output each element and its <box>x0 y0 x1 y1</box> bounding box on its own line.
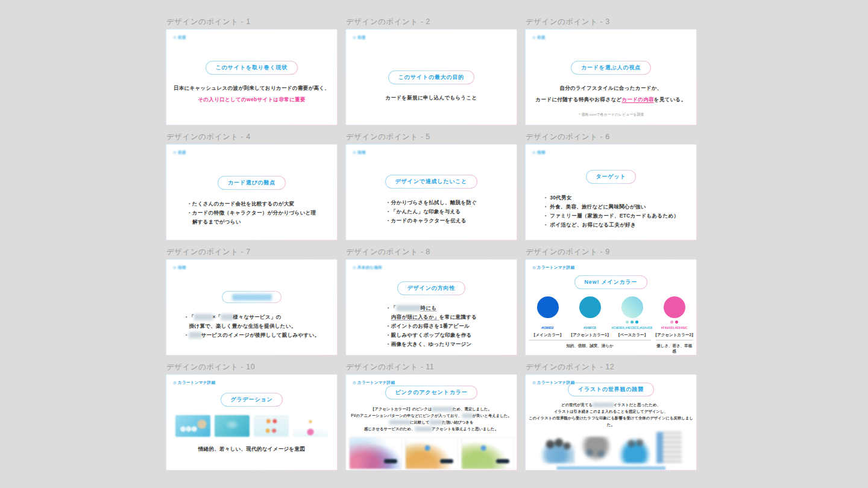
section-pill: ピンクのアクセントカラー <box>385 386 478 399</box>
screenshot-thumbnail <box>175 415 210 437</box>
section-pill-label: カードを選ぶ人の視点 <box>571 61 650 74</box>
slide-cell-5: デザインのポイント - 5 ◎ 指標 デザインで達成したいこと ・分かりづらさを… <box>345 132 517 240</box>
slide-title-4: デザインのポイント - 4 <box>166 132 338 141</box>
highlighted-link-text: カードの内容 <box>621 96 653 102</box>
illustration-thumbnail <box>541 437 574 463</box>
section-pill: このサイトの最大の目的 <box>388 70 474 84</box>
category-tag: ◎ カラートンマナ詳細 <box>532 265 574 271</box>
main-color-circle <box>537 296 559 318</box>
color-hex: #0366D2 <box>541 326 553 330</box>
slide-title-12: デザインのポイント - 12 <box>526 362 697 371</box>
slide-card-2[interactable]: ◎ 前提 このサイトの最大の目的 カードを新規に申し込んでもらうこと <box>345 29 517 125</box>
bullet-list: ・「████████時にも内容が頭に入るか」を常に意識する ・ポイントのお得さを… <box>386 304 477 349</box>
color-swatch-accent2: #F49AD0,#E8489C 【アクセントカラー2】 <box>656 296 693 338</box>
base-dot-2 <box>631 321 634 324</box>
footnote: ＊価格.comで各カードのレビューを調査 <box>526 112 696 117</box>
slide-card-1[interactable]: ◎ 前提 このサイトを取り巻く現状 日本にキャッシュレスの波が到来しておりカード… <box>166 29 338 125</box>
slide-cell-10: デザインのポイント - 10 ◎ カラートンマナ詳細 グラデーション 情緒的、若… <box>166 362 338 471</box>
redacted-text: ████████ <box>396 305 420 311</box>
color-label: 【アクセントカラー2】 <box>653 333 696 338</box>
color-caption-left: 知的、信頼、誠実、清らか <box>529 340 651 354</box>
redacted-text: ██████████ <box>432 407 453 411</box>
bullet-item: ・画像を大きく、ゆったりマージン <box>386 340 477 349</box>
slide-card-3[interactable]: ◎ 前提 カードを選ぶ人の視点 自分のライフスタイルに合ったカードか、 カードに… <box>525 29 697 125</box>
accent1-color-circle <box>579 296 601 318</box>
text-run: を常に意識する <box>439 314 477 320</box>
bullet-list: ・ 30代男女 ・ 外食、美容、旅行などに興味関心が強い ・ ファミリー層（家族… <box>543 193 679 230</box>
slide-card-4[interactable]: ◎ 前提 カード選びの難点 ・たくさんのカード会社を比較するのが大変 ・カードの… <box>166 144 338 240</box>
slide-title-9: デザインのポイント - 9 <box>526 247 697 256</box>
slide-card-8[interactable]: ◎ 具体的な施策 デザインの方向性 ・「████████時にも内容が頭に入るか」… <box>345 259 517 355</box>
slide-card-12[interactable]: ◎ カラートンマナ詳細 イラストの世界観の踏襲 どの世代が見ても████████… <box>525 374 697 471</box>
section-pill: デザインで達成したいこと <box>385 175 478 189</box>
slide-title-5: デザインのポイント - 5 <box>346 132 517 141</box>
slide-card-9[interactable]: ◎ カラートンマナ詳細 New! メインカラー #0366D2 【メインカラー】 <box>525 259 697 355</box>
slide-title-3: デザインのポイント - 3 <box>526 17 697 26</box>
body-line: 日本にキャッシュレスの波が到来しておりカードの需要が高く、 <box>166 84 337 92</box>
text-run: 様々なサービス」の <box>233 314 281 320</box>
text-run: に比較して <box>410 420 429 424</box>
slide-cell-7: デザインのポイント - 7 ◎ 指標 ████████████ ・「██████… <box>166 247 338 355</box>
accent2-dot-1 <box>670 321 673 324</box>
gradient-example-thumbnails <box>166 415 337 437</box>
section-pill-label: グラデーション <box>221 393 283 406</box>
section-pill-label: イラストの世界観の踏襲 <box>568 383 653 396</box>
category-tag: ◎ カラートンマナ詳細 <box>353 380 395 386</box>
bullet-item: ・ 30代男女 <box>543 193 679 202</box>
slide-card-6[interactable]: ◎ 指標 ターゲット ・ 30代男女 ・ 外食、美容、旅行などに興味関心が強い … <box>525 144 697 240</box>
slide-title-6: デザインのポイント - 6 <box>526 132 697 141</box>
body-line: FVのアニメーションパターンの中などにピンクが入っており、█████が良いと考え… <box>346 412 517 419</box>
slide-card-7[interactable]: ◎ 指標 ████████████ ・「██████×「████様々なサービス」… <box>166 259 338 355</box>
slide-cell-1: デザインのポイント - 1 ◎ 前提 このサイトを取り巻く現状 日本にキャッシュ… <box>166 17 338 125</box>
category-tag: ◎ カラートンマナ詳細 <box>173 380 215 386</box>
category-tag: ◎ 指標 <box>173 265 186 271</box>
slide-card-5[interactable]: ◎ 指標 デザインで達成したいこと ・分かりづらさを払拭し、離脱を防ぐ ・「かん… <box>345 144 517 240</box>
bullet-item: ・████サービスのイメージが後押しして親しみやすい。 <box>184 331 320 340</box>
base-dot-3 <box>635 321 638 324</box>
body-line: イラストは引き続きこのまま入れることを想定してデザインし、 <box>526 408 696 414</box>
section-pill-label: このサイトを取り巻く現状 <box>206 61 297 74</box>
body-line: カードを新規に申し込んでもらうこと <box>346 94 517 102</box>
slide-title-2: デザインのポイント - 2 <box>346 17 517 26</box>
slide-cell-4: デザインのポイント - 4 ◎ 前提 カード選びの難点 ・たくさんのカード会社を… <box>166 132 338 240</box>
section-pill-label: New! メインカラー <box>575 276 647 289</box>
body-line: このイラストの世界観から受けたラフな印象にも影響を受けて全体のデザインにも反映し… <box>526 414 696 428</box>
slide-card-11[interactable]: ◎ カラートンマナ詳細 ピンクのアクセントカラー 【アクセントカラー2】のピンク… <box>345 374 517 471</box>
color-caption-right: 優しさ、若さ、幸福感 <box>656 340 693 354</box>
redacted-text: ██████ <box>194 314 212 320</box>
illustration-thumbnails <box>526 432 696 463</box>
text-run: アクセントを添えようと思いました。 <box>432 427 498 431</box>
bullet-item: ・「かんたん」な印象を与える <box>386 207 477 216</box>
body-line-highlight: その入り口としてのwebサイトは非常に重要 <box>166 96 337 104</box>
slide-cell-6: デザインのポイント - 6 ◎ 指標 ターゲット ・ 30代男女 ・ 外食、美容… <box>525 132 697 240</box>
bullet-item: ・「████████時にも内容が頭に入るか」を常に意識する <box>386 304 477 322</box>
chart-thumbnail <box>349 437 402 469</box>
bullet-item: ・カードのキャラクターを伝える <box>386 216 477 225</box>
slide-cell-9: デザインのポイント - 9 ◎ カラートンマナ詳細 New! メインカラー #0… <box>525 247 697 355</box>
section-pill: このサイトを取り巻く現状 <box>206 61 298 75</box>
section-pill-label: デザインの方向性 <box>398 282 465 295</box>
text-run: を見ている。 <box>654 96 687 102</box>
section-pill: イラストの世界観の踏襲 <box>568 383 654 396</box>
body-line: カードに付随する特典やお得さなどカードの内容を見ている。 <box>526 96 696 104</box>
text-run: 【アクセントカラー2】のピンクは <box>371 407 432 411</box>
body-line: ██████████に比較して██████た強い結びつきを <box>346 419 517 425</box>
category-tag: ◎ 具体的な施策 <box>353 265 382 271</box>
text-run: FVのアニメーションパターンの中などにピンクが入っており、 <box>351 413 462 418</box>
section-pill-label: カード選びの難点 <box>218 177 285 189</box>
category-tag: ◎ 指標 <box>353 150 366 155</box>
redacted-pill-text: ████████████ <box>232 294 271 300</box>
text-run: ため、選定しました。 <box>453 407 492 411</box>
base-dot-1 <box>626 321 629 324</box>
redacted-text: ████ <box>189 332 201 338</box>
bullet-item: ・ ポイ活など、お得になる工夫が好き <box>543 221 679 230</box>
slide-title-10: デザインのポイント - 10 <box>166 362 338 371</box>
text-run: イラストだと思ったため、 <box>614 402 661 407</box>
category-tag: ◎ 前提 <box>173 35 186 40</box>
section-pill-label: ターゲット <box>587 170 636 183</box>
section-pill: ████████████ <box>222 291 281 303</box>
text-run: カードに付随する特典やお得さなど <box>536 96 622 102</box>
color-caption-row: 知的、信頼、誠実、清らか 優しさ、若さ、幸福感 <box>526 340 696 354</box>
category-tag: ◎ 前提 <box>532 35 546 40</box>
slide-card-10[interactable]: ◎ カラートンマナ詳細 グラデーション 情緒的、若々しい、現代的なイメージを意図 <box>166 374 338 471</box>
